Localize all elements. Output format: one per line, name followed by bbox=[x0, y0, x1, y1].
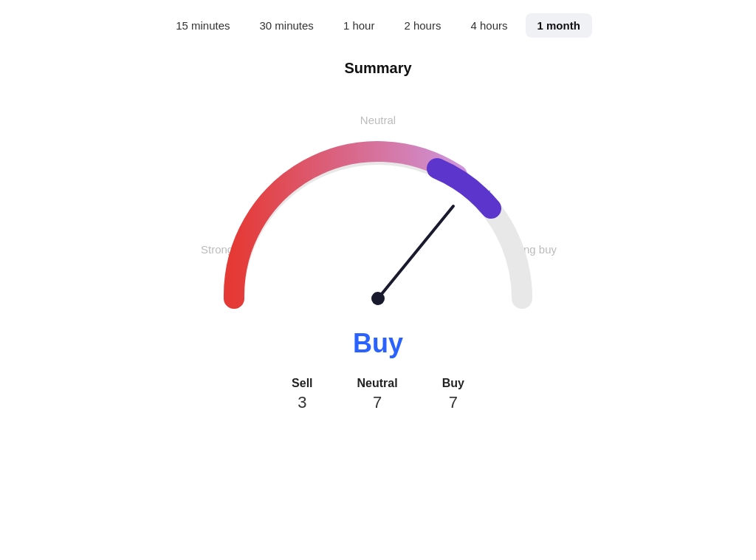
tab-2hours[interactable]: 2 hours bbox=[392, 13, 453, 38]
summary-section: Summary Neutral Sell Buy Strong sell Str… bbox=[0, 60, 756, 412]
stat-neutral-value: 7 bbox=[373, 393, 382, 412]
gauge-bg-arc bbox=[234, 154, 522, 298]
stat-buy: Buy 7 bbox=[442, 377, 464, 412]
tab-4hours[interactable]: 4 hours bbox=[458, 13, 519, 38]
time-period-tabs: 15 minutes 30 minutes 1 hour 2 hours 4 h… bbox=[0, 0, 756, 45]
stat-sell: Sell 3 bbox=[292, 377, 312, 412]
stat-buy-value: 7 bbox=[449, 393, 458, 412]
stats-row: Sell 3 Neutral 7 Buy 7 bbox=[292, 377, 464, 412]
gauge-needle bbox=[378, 206, 453, 298]
tab-1hour[interactable]: 1 hour bbox=[331, 13, 387, 38]
stat-sell-value: 3 bbox=[298, 393, 306, 412]
summary-title: Summary bbox=[344, 60, 411, 77]
gauge-needle-dot bbox=[371, 292, 385, 305]
tab-1month[interactable]: 1 month bbox=[526, 13, 592, 38]
gauge-widget: Neutral Sell Buy Strong sell Strong buy bbox=[186, 99, 570, 321]
gauge-signal-label: Buy bbox=[353, 328, 403, 359]
stat-sell-label: Sell bbox=[292, 377, 312, 390]
stat-neutral-label: Neutral bbox=[357, 377, 398, 390]
gauge-buy-arc bbox=[437, 168, 491, 208]
gauge-svg bbox=[186, 99, 570, 321]
gauge-sell-arc bbox=[234, 151, 457, 298]
tab-30min[interactable]: 30 minutes bbox=[248, 13, 326, 38]
stat-neutral: Neutral 7 bbox=[357, 377, 398, 412]
stat-buy-label: Buy bbox=[442, 377, 464, 390]
tab-15min[interactable]: 15 minutes bbox=[164, 13, 241, 38]
